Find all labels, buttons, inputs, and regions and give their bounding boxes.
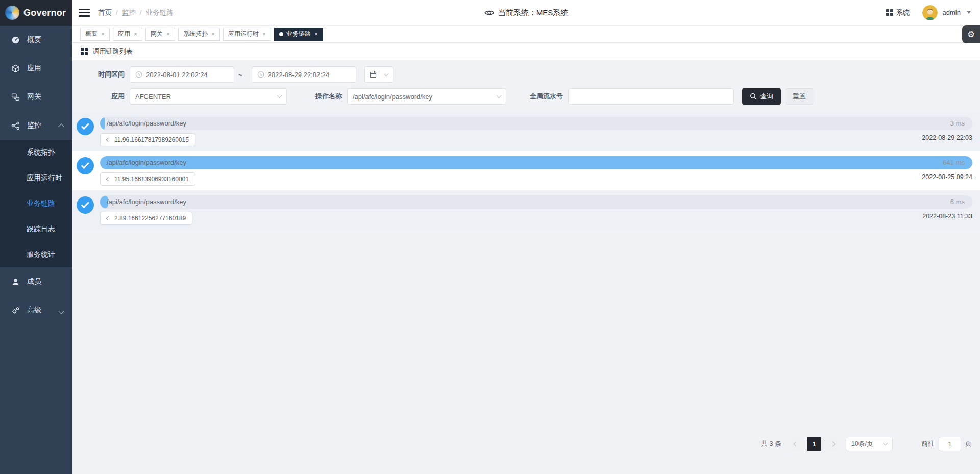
chevron-left-icon [793, 441, 798, 446]
trace-row-body: /api/afc/login/password/key 3 ms 11.96.1… [100, 117, 972, 146]
sidebar-item-members[interactable]: 成员 [0, 267, 72, 296]
logo-title: Governor [23, 8, 66, 18]
page-size-select[interactable]: 10条/页 [846, 437, 893, 451]
hamburger-icon[interactable] [79, 9, 90, 17]
trace-id: 11.96.16617817989260015 [114, 136, 189, 143]
date-shortcut-dropdown[interactable] [364, 66, 393, 83]
tab-gateway[interactable]: 网关 × [145, 28, 175, 41]
sidebar-item-trace-log[interactable]: 跟踪日志 [0, 216, 72, 242]
sidebar-item-service-stats[interactable]: 服务统计 [0, 242, 72, 267]
breadcrumb-separator: / [116, 9, 118, 16]
sidebar-item-app-runtime[interactable]: 应用运行时 [0, 165, 72, 191]
trace-id-tag[interactable]: 11.96.16617817989260015 [100, 133, 195, 146]
main-area: 首页 / 监控 / 业务链路 当前系统：MES系统 系统 [72, 0, 980, 474]
global-serial-field[interactable] [568, 88, 734, 105]
filter-row-time: 时间区间 ~ [91, 66, 980, 83]
caret-down-icon[interactable] [967, 11, 971, 14]
breadcrumb-monitor[interactable]: 监控 [122, 8, 136, 17]
sidebar-item-system-topology[interactable]: 系统拓扑 [0, 140, 72, 165]
close-icon[interactable]: × [262, 31, 266, 37]
page-title: 调用链路列表 [93, 47, 133, 56]
close-icon[interactable]: × [134, 31, 137, 37]
tab-system-topology[interactable]: 系统拓扑 × [178, 28, 220, 41]
close-icon[interactable]: × [211, 31, 215, 37]
chevron-down-icon [497, 93, 502, 98]
trace-path: /api/afc/login/password/key [107, 117, 186, 130]
success-check-icon [77, 157, 94, 174]
start-datetime-input[interactable] [146, 71, 229, 79]
grid-icon [886, 9, 893, 16]
duration-bar[interactable]: /api/afc/login/password/key 6 ms [100, 195, 972, 209]
current-system-label: 当前系统：MES系统 [498, 8, 569, 18]
user-name[interactable]: admin [943, 9, 961, 16]
close-icon[interactable]: × [314, 31, 318, 37]
breadcrumb-home[interactable]: 首页 [98, 8, 112, 17]
goto-page-input[interactable] [939, 437, 961, 451]
close-icon[interactable]: × [166, 31, 170, 37]
clock-icon [257, 71, 264, 78]
operation-label: 操作名称 [315, 92, 342, 101]
tabs-settings-button[interactable]: ⚙ [962, 25, 980, 43]
gauge-icon [11, 36, 20, 44]
time-range-separator: ~ [238, 71, 242, 79]
sidebar-item-apps[interactable]: 应用 [0, 54, 72, 83]
start-datetime-field[interactable] [130, 66, 234, 83]
sidebar-item-monitor[interactable]: 监控 [0, 111, 72, 140]
topbar-right: 系统 admin [886, 5, 971, 20]
logo[interactable]: Governor [0, 0, 72, 26]
app-select-value: AFCENTER [135, 93, 171, 101]
sidebar-item-business-trace[interactable]: 业务链路 [0, 191, 72, 216]
trace-row-meta: 11.96.16617817989260015 2022-08-29 22:03 [100, 133, 972, 146]
trace-path: /api/afc/login/password/key [107, 156, 186, 169]
global-serial-label: 全局流水号 [530, 92, 563, 101]
duration-bar-fill [100, 156, 972, 169]
eye-icon [484, 9, 495, 16]
filter-section: 时间区间 ~ [72, 60, 980, 112]
tab-label: 应用运行时 [228, 30, 259, 38]
trace-id: 11.95.16613906933160001 [114, 176, 189, 183]
next-page-button[interactable] [825, 437, 840, 451]
search-button[interactable]: 查询 [742, 88, 781, 105]
trace-row: /api/afc/login/password/key 3 ms 11.96.1… [72, 112, 980, 151]
global-serial-input[interactable] [574, 93, 728, 101]
chevron-left-icon [106, 138, 110, 142]
trace-id-tag[interactable]: 11.95.16613906933160001 [100, 172, 195, 186]
operation-select[interactable]: /api/afc/login/password/key [347, 88, 506, 105]
logo-icon [5, 6, 19, 20]
sidebar-menu: 概要 应用 网关 监控 系统拓扑 应用运行时 业务链路 跟踪日志 服务统 [0, 26, 72, 325]
monitor-submenu: 系统拓扑 应用运行时 业务链路 跟踪日志 服务统计 [0, 140, 72, 267]
app-select[interactable]: AFCENTER [130, 88, 287, 105]
sidebar: Governor 概要 应用 网关 监控 [0, 0, 72, 474]
page-number-button[interactable]: 1 [807, 437, 821, 451]
tab-label: 业务链路 [286, 30, 311, 38]
tab-app-runtime[interactable]: 应用运行时 × [223, 28, 271, 41]
tab-active-dot [279, 32, 283, 36]
sidebar-item-advanced[interactable]: 高级 [0, 296, 72, 325]
tab-strip: 概要 × 应用 × 网关 × 系统拓扑 × 应用运行时 × 业务链路 × [72, 26, 980, 43]
system-switcher[interactable]: 系统 [886, 8, 910, 17]
duration-bar[interactable]: /api/afc/login/password/key 641 ms [100, 156, 972, 169]
close-icon[interactable]: × [101, 31, 105, 37]
search-icon [750, 93, 757, 100]
avatar[interactable] [922, 5, 938, 20]
sidebar-item-label: 高级 [27, 306, 41, 315]
tab-business-trace[interactable]: 业务链路 × [274, 28, 323, 41]
gateway-icon [11, 93, 20, 102]
calendar-icon [370, 71, 377, 78]
app-label: 应用 [91, 92, 125, 101]
sidebar-item-gateway[interactable]: 网关 [0, 83, 72, 111]
reset-button[interactable]: 重置 [786, 88, 813, 105]
chevron-down-icon [883, 441, 888, 446]
chevron-right-icon [830, 441, 835, 446]
prev-page-button[interactable] [789, 437, 803, 451]
search-button-label: 查询 [760, 92, 773, 101]
tab-overview[interactable]: 概要 × [80, 28, 110, 41]
trace-id-tag[interactable]: 2.89.16612256277160189 [100, 212, 192, 225]
sidebar-item-overview[interactable]: 概要 [0, 26, 72, 54]
duration-bar[interactable]: /api/afc/login/password/key 3 ms [100, 117, 972, 130]
tab-apps[interactable]: 应用 × [113, 28, 142, 41]
breadcrumb-current: 业务链路 [146, 8, 174, 17]
end-datetime-input[interactable] [268, 71, 351, 79]
chevron-down-icon [383, 71, 388, 77]
end-datetime-field[interactable] [252, 66, 356, 83]
